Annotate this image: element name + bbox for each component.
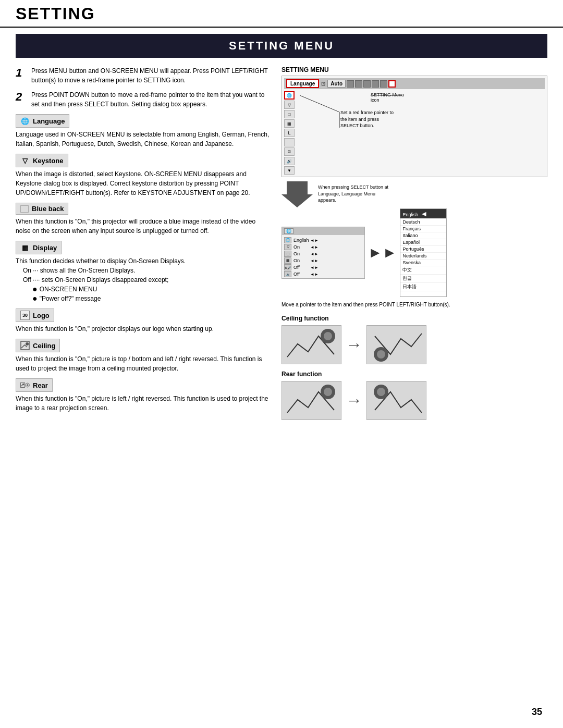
lang-row-tri: ▽ On ◄► [284,244,362,250]
menu-auto-item: Auto [327,80,346,88]
logo-text: When this function is "On," projector di… [16,324,271,334]
page-title: SETTING [16,4,547,23]
ceiling-flipped-diagram [366,325,426,364]
menu-icon-blank [284,138,295,146]
lang-off2-text: Off [293,272,308,277]
ceiling-flipped-svg [367,326,426,364]
menu-icon-5 [380,80,387,88]
lang-on1-ctrl: ◄► [310,245,319,250]
menu-bar: Language ⊡ Auto [284,78,545,89]
menu-icon-grid: ▦ [284,119,295,128]
svg-point-20 [377,388,385,396]
arrow-note: When pressing SELECT button at Language,… [318,184,391,207]
rear-text: When this function is "On," picture is l… [16,394,271,413]
right-column: SETTING MENU Language ⊡ Auto 🌐 ▽ □ [282,66,547,426]
step-1-number: 1 [16,66,27,85]
menu-icon-l: L [284,129,295,137]
display-label-text: Display [33,244,57,252]
language-label: 🌐 Language [16,114,69,128]
feature-language: 🌐 Language Language used in ON-SCREEN ME… [16,114,271,149]
ceiling-function-section: Ceiling function → [282,315,547,364]
feature-display: ▦ Display This function decides whether … [16,241,271,303]
lang-row-rect: □ On ◄► [284,251,362,257]
lang-english-text: English [293,238,308,243]
menu-annotation-area: Set a red frame pointer to the item and … [298,91,545,175]
menu-icon-4 [372,80,379,88]
ceiling-text: When this function is "On," picture is t… [16,354,271,373]
step-2-number: 2 [16,90,27,109]
rear-icon [20,380,30,390]
blue-back-label: Blue back [16,203,68,215]
menu-icon-2 [355,80,362,88]
ceiling-label-text: Ceiling [33,342,55,350]
display-bullet-off: Off ···· sets On-Screen Displays disappe… [23,275,271,285]
rear-function-section: Rear function → [282,371,547,420]
lang-off2-ctrl: ◄► [310,272,319,277]
feature-rear: Rear When this function is "On," picture… [16,378,271,413]
step-1: 1 Press MENU button and ON-SCREEN MENU w… [16,66,271,85]
logo-label-text: Logo [33,312,50,319]
lang-off1-text: Off [293,265,308,270]
lang-menu-left: 🌐 🌐 English ◄► ▽ On ◄► □ On [282,227,365,279]
logo-icon: 30 [20,311,30,320]
lang-item-english: English ◄ [400,209,446,219]
logo-label: 30 Logo [16,309,54,322]
ceiling-label: Ceiling [16,339,60,352]
rear-label-text: Rear [33,381,48,389]
lang-list-box: English ◄ Deutsch Français Italiano Espa… [400,208,447,297]
display-sub-2: ●"Power off?" message [32,294,271,303]
left-column: 1 Press MENU button and ON-SCREEN MENU w… [16,66,271,426]
lang-on2-text: On [293,251,308,256]
display-text: This function decides whether to display… [16,256,271,266]
double-arrow: ►► [368,244,397,261]
lang-item-nederlands: Nederlands [400,253,446,260]
section-header: SETTING MENU [16,34,547,58]
main-content: 1 Press MENU button and ON-SCREEN MENU w… [0,66,563,426]
lang-icon-spk-sm: 🔊 [284,271,291,277]
rear-arrow: → [346,391,362,410]
rear-diagrams: → [282,381,547,420]
lang-row-grid: ▦ On ◄► [284,257,362,264]
ceiling-icon [20,341,30,350]
page-title-bar: SETTING [0,0,563,28]
rear-normal-diagram [282,381,341,420]
step-2-text: Press POINT DOWN button to move a red-fr… [31,90,271,109]
ceiling-arrow: → [346,335,362,354]
lang-item-deutsch: Deutsch [400,219,446,226]
menu-sidebar: 🌐 ▽ □ ▦ L ⊡ 🔊 ▼ Set a red fram [284,91,545,175]
feature-ceiling: Ceiling When this function is "On," pict… [16,339,271,373]
svg-point-1 [26,342,29,346]
feature-keystone: ▽ Keystone When the image is distorted, … [16,154,271,198]
right-setting-menu-title: SETTING MENU [282,66,547,73]
keystone-label-text: Keystone [33,157,64,165]
lang-item-espanol: Español [400,239,446,246]
menu-icon-rect: □ [284,110,295,118]
keystone-icon: ▽ [20,156,30,165]
feature-blue-back: Blue back When this function is "On," th… [16,203,271,236]
lang-item-francais: Français [400,226,446,232]
lang-off1-ctrl: ◄► [310,265,319,270]
language-icon: 🌐 [20,116,30,126]
step-1-text: Press MENU button and ON-SCREEN MENU wil… [31,66,271,85]
lang-on1-text: On [293,244,308,250]
menu-icon-ceil: ⊡ [284,147,295,156]
lang-icon-rect-sm: □ [284,251,291,257]
display-bullet-on: On ··· shows all the On-Screen Displays. [23,266,271,275]
ceiling-normal-diagram [282,325,341,364]
svg-line-5 [300,95,339,112]
lang-item-japanese: 日本語 [400,283,446,291]
language-label-text: Language [33,117,65,125]
rear-flipped-svg [367,381,426,420]
ceiling-diagrams: → [282,325,547,364]
step-2: 2 Press POINT DOWN button to move a red-… [16,90,271,109]
lang-icon-grid-sm: ▦ [284,257,291,264]
lang-bar-icon: 🌐 [284,228,293,234]
svg-point-3 [22,384,24,385]
menu-icons-col: 🌐 ▽ □ ▦ L ⊡ 🔊 ▼ [284,91,295,175]
svg-point-17 [324,388,332,396]
lang-note: Move a pointer to the item and then pres… [282,301,547,309]
lang-icon-l-sm: ⚙🎤 [284,264,291,270]
lang-item-italiano: Italiano [400,232,446,239]
language-text: Language used in ON-SCREEN MENU is selec… [16,130,271,149]
menu-language-item: Language [286,79,319,88]
